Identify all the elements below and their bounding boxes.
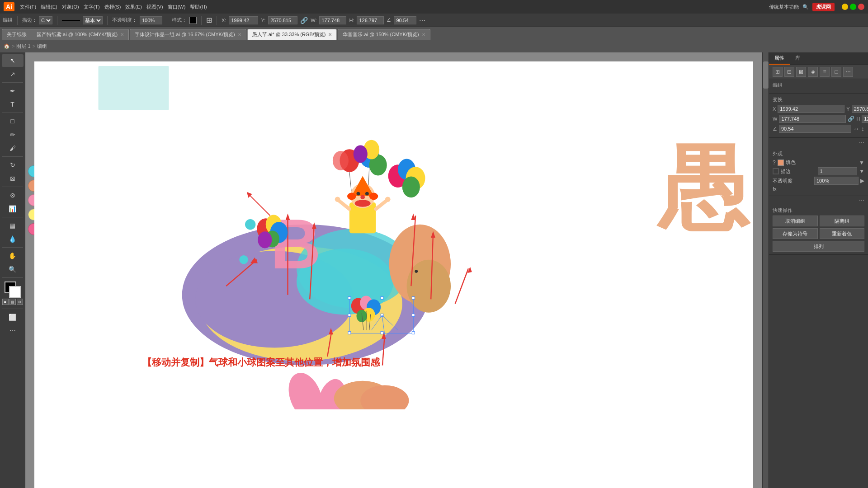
tab-close-1[interactable]: ✕ [238, 32, 241, 37]
color-mode-none[interactable]: ⊘ [17, 299, 23, 305]
opacity-input[interactable] [140, 16, 162, 24]
panel-icon-more[interactable]: ⋯ [843, 67, 853, 77]
flip-v-icon[interactable]: ↕ [861, 125, 864, 132]
panel-icon-layers[interactable]: ≡ [820, 67, 830, 77]
angle-input[interactable] [394, 16, 416, 24]
panel-icon-transform[interactable]: ⊞ [773, 67, 783, 77]
bc-group-link[interactable]: 编组 [37, 43, 47, 50]
pen-tool[interactable]: ✒ [2, 84, 24, 97]
grid-icon[interactable]: ⊞ [206, 16, 212, 24]
panel-h-input[interactable] [862, 115, 868, 123]
panel-icon-shapebuilder[interactable]: ◈ [808, 67, 818, 77]
maximize-button[interactable] [850, 4, 856, 10]
close-button[interactable] [858, 4, 864, 10]
panel-x-input[interactable] [778, 105, 844, 113]
stroke-swatch[interactable] [9, 286, 21, 298]
menu-view[interactable]: 视图(V) [146, 4, 163, 10]
tab-close-2[interactable]: ✕ [328, 32, 332, 37]
menu-file[interactable]: 文件(F) [20, 4, 36, 10]
shape-tool[interactable]: □ [2, 115, 24, 127]
chart-tool[interactable]: 📊 [2, 202, 24, 215]
svg-point-29 [355, 200, 371, 207]
hand-tool[interactable]: ✋ [2, 249, 24, 262]
menu-edit[interactable]: 编辑(E) [41, 4, 57, 10]
panel-tab-properties[interactable]: 属性 [769, 52, 790, 65]
flip-h-icon[interactable]: ↔ [853, 125, 859, 132]
search-icon[interactable]: 🔍 [802, 4, 809, 10]
tab-1[interactable]: 字体设计作品一组.ai @ 16.67% (CMYK/预览) ✕ [130, 29, 246, 40]
direct-select-tool[interactable]: ↗ [2, 68, 24, 80]
workspace-label[interactable]: 传统基本功能 [769, 4, 799, 10]
y-input[interactable] [268, 16, 297, 24]
menu-help[interactable]: 帮助(H) [190, 4, 207, 10]
link-icon[interactable]: 🔗 [300, 17, 308, 24]
bc-home-icon[interactable]: 🏠 [4, 43, 10, 49]
pencil-tool[interactable]: ✏ [2, 128, 24, 141]
transform-more-icon[interactable]: ⋯ [419, 17, 425, 24]
fill-color-swatch[interactable] [778, 160, 784, 166]
panel-w-input[interactable] [779, 115, 846, 123]
panel-expand2-icon[interactable]: ⋯ [859, 197, 864, 203]
svg-marker-39 [411, 213, 415, 220]
link-wh-icon[interactable]: 🔗 [848, 116, 854, 122]
stroke-width-input[interactable] [818, 167, 858, 175]
panel-icons-row: ⊞ ⊟ ⊠ ◈ ≡ □ ⋯ [769, 65, 868, 79]
bc-layer-link[interactable]: 图层 1 [16, 43, 30, 50]
panel-tab-library[interactable]: 库 [790, 52, 806, 65]
panel-y-input[interactable] [852, 105, 868, 113]
opacity-appearance-input[interactable] [814, 177, 859, 185]
fill-expand-icon[interactable]: ▼ [859, 160, 864, 166]
select-tool[interactable]: ↖ [2, 54, 24, 67]
canvas-area[interactable]: B [25, 52, 762, 488]
recolor-button[interactable]: 重新着色 [820, 228, 865, 239]
tab-2[interactable]: 愚人节.ai* @ 33.33% (RGB/预览) ✕ [247, 29, 337, 40]
tab-3[interactable]: 华音音乐.ai @ 150% (CMYK/预览) ✕ [338, 29, 430, 40]
x-input[interactable] [229, 16, 258, 24]
tab-0[interactable]: 关于纸张——国产特纸鸢.ai @ 100% (CMYK/预览) ✕ [2, 29, 129, 40]
tool-sep-3 [2, 156, 23, 157]
more-tools[interactable]: ⋯ [2, 324, 24, 337]
save-symbol-button[interactable]: 存储为符号 [773, 228, 818, 239]
h-input[interactable] [357, 16, 384, 24]
blend-tool[interactable]: ⊗ [2, 189, 24, 202]
tab-close-0[interactable]: ✕ [120, 32, 124, 37]
menu-bar[interactable]: 文件(F) 编辑(E) 对象(O) 文字(T) 选择(S) 效果(E) 视图(V… [20, 4, 207, 10]
panel-expand-icon[interactable]: ⋯ [859, 140, 864, 146]
panel-angle-input[interactable] [779, 125, 851, 133]
panel-icon-pathfinder[interactable]: ⊠ [796, 67, 806, 77]
menu-window[interactable]: 窗口(W) [168, 4, 186, 10]
vscroll-thumb[interactable] [763, 61, 769, 89]
tab-close-3[interactable]: ✕ [422, 32, 425, 37]
brush-tool[interactable]: 🖌 [2, 142, 24, 155]
fill-stroke-swatches[interactable] [5, 282, 21, 298]
opacity-expand-icon[interactable]: ▶ [860, 178, 864, 184]
menu-text[interactable]: 文字(T) [84, 4, 100, 10]
style-swatch[interactable] [189, 17, 197, 24]
w-input[interactable] [319, 16, 346, 24]
text-tool[interactable]: T [2, 98, 24, 111]
vertical-scrollbar[interactable] [762, 52, 769, 488]
ungroup-button[interactable]: 取消编组 [773, 216, 818, 226]
zoom-tool[interactable]: 🔍 [2, 263, 24, 276]
color-mode-color[interactable]: ■ [2, 299, 9, 305]
isolate-group-button[interactable]: 隔离组 [820, 216, 865, 226]
stroke-style-select[interactable]: 基本 [83, 16, 103, 24]
fill-icon[interactable]: ? [773, 160, 776, 166]
menu-object[interactable]: 对象(O) [62, 4, 79, 10]
menu-select[interactable]: 选择(S) [104, 4, 121, 10]
arrange-button[interactable]: 排列 [773, 241, 864, 252]
stroke-appearance-swatch[interactable] [773, 168, 779, 174]
artboard-tool[interactable]: ⬜ [2, 311, 24, 324]
gradient-tool[interactable]: ▦ [2, 219, 24, 232]
minimize-button[interactable] [842, 4, 848, 10]
eyedropper-tool[interactable]: 💧 [2, 233, 24, 245]
rotate-tool[interactable]: ↻ [2, 159, 24, 171]
scale-tool[interactable]: ⊠ [2, 172, 24, 185]
panel-icon-artboards[interactable]: □ [831, 67, 841, 77]
color-mode-gradient[interactable]: ▤ [9, 299, 16, 305]
stroke-expand-icon[interactable]: ▼ [859, 168, 864, 174]
panel-icon-align[interactable]: ⊟ [784, 67, 794, 77]
tool-sep-2 [2, 113, 23, 113]
menu-effect[interactable]: 效果(E) [125, 4, 142, 10]
stroke-mode-select[interactable]: C [39, 16, 52, 24]
